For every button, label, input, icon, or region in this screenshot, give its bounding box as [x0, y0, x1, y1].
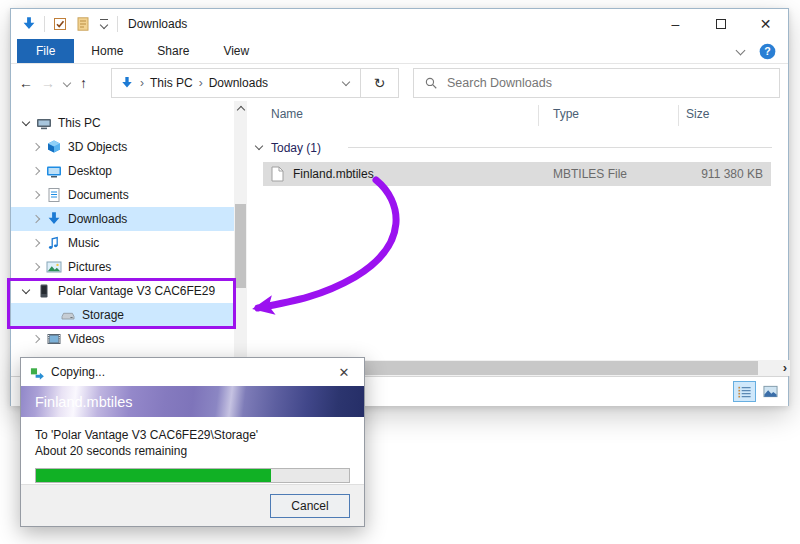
objects-3d-icon — [46, 139, 62, 155]
file-icon — [271, 166, 284, 182]
chevron-right-icon[interactable] — [29, 332, 44, 346]
progress-bar-fill — [36, 469, 271, 482]
separator — [117, 16, 118, 32]
dialog-file-name: Finland.mbtiles — [35, 394, 133, 410]
group-collapse-chevron-icon[interactable] — [253, 142, 267, 154]
address-dropdown-chevron-icon[interactable] — [340, 77, 352, 89]
scroll-right-icon[interactable]: › — [783, 360, 787, 376]
sidebar-item-label: This PC — [58, 116, 101, 130]
close-icon: ✕ — [339, 365, 350, 380]
sidebar-item-label: Videos — [68, 332, 104, 346]
refresh-button[interactable]: ↻ — [361, 68, 399, 98]
dialog-time-remaining-text: About 20 seconds remaining — [35, 443, 350, 459]
explorer-window: Downloads – ✕ File Home Share View ? ← → — [10, 8, 789, 406]
file-row-finland-mbtiles[interactable]: Finland.mbtiles MBTILES File 911 380 KB — [263, 162, 771, 186]
tab-view[interactable]: View — [206, 39, 266, 63]
group-header-line — [348, 147, 772, 148]
svg-text:?: ? — [764, 45, 770, 57]
column-separator[interactable] — [678, 105, 679, 126]
chevron-right-icon[interactable] — [29, 260, 44, 274]
sidebar-item-label: Documents — [68, 188, 129, 202]
sidebar-item-pictures[interactable]: Pictures — [11, 255, 234, 279]
ribbon-right-controls: ? — [735, 39, 788, 63]
separator — [44, 16, 45, 32]
window-controls: – ✕ — [653, 9, 788, 39]
back-button[interactable]: ← — [19, 75, 33, 91]
chevron-down-icon[interactable] — [19, 116, 34, 130]
chevron-right-icon[interactable] — [29, 212, 44, 226]
column-header-type[interactable]: Type — [553, 107, 579, 121]
breadcrumb-this-pc[interactable]: This PC — [150, 76, 193, 90]
videos-icon — [46, 331, 62, 347]
sidebar-item-this-pc[interactable]: This PC — [11, 111, 234, 135]
sidebar-item-label: Desktop — [68, 164, 112, 178]
minimize-button[interactable]: – — [653, 9, 698, 39]
progress-bar — [35, 468, 350, 483]
properties-check-icon[interactable] — [52, 16, 68, 32]
tab-home[interactable]: Home — [74, 39, 140, 63]
breadcrumb-downloads[interactable]: Downloads — [209, 76, 268, 90]
window-title: Downloads — [128, 17, 187, 31]
sidebar-item-downloads[interactable]: Downloads — [11, 207, 234, 231]
new-folder-icon[interactable] — [75, 16, 91, 32]
maximize-button[interactable] — [698, 9, 743, 39]
refresh-icon: ↻ — [374, 75, 386, 91]
dialog-destination-text: To 'Polar Vantage V3 CAC6FE29\Storage' — [35, 427, 350, 443]
screenshot-stage: Downloads – ✕ File Home Share View ? ← → — [0, 0, 800, 544]
sidebar-item-desktop[interactable]: Desktop — [11, 159, 234, 183]
group-label: Today (1) — [271, 141, 321, 155]
sidebar-item-documents[interactable]: Documents — [11, 183, 234, 207]
breadcrumb[interactable]: › This PC › Downloads — [111, 68, 361, 98]
dialog-title: Copying... — [51, 365, 105, 379]
customize-toolbar-chevron-icon[interactable] — [98, 18, 110, 30]
sidebar-item-label: Music — [68, 236, 99, 250]
desktop-icon — [46, 163, 62, 179]
column-separator[interactable] — [538, 105, 539, 126]
dialog-banner: Finland.mbtiles — [21, 386, 364, 417]
pictures-icon — [46, 259, 62, 275]
file-size: 911 380 KB — [701, 167, 763, 181]
chevron-right-icon[interactable] — [29, 188, 44, 202]
large-icons-view-button[interactable] — [759, 381, 782, 402]
tab-share[interactable]: Share — [140, 39, 206, 63]
column-header-name[interactable]: Name — [271, 107, 303, 121]
sidebar-item-3d-objects[interactable]: 3D Objects — [11, 135, 234, 159]
sidebar-scrollbar-thumb[interactable] — [235, 204, 246, 288]
search-input[interactable]: Search Downloads — [413, 68, 780, 98]
forward-button[interactable]: → — [41, 75, 55, 91]
sidebar-item-label: Downloads — [68, 212, 127, 226]
scroll-up-icon[interactable] — [234, 103, 247, 115]
dialog-footer: Cancel — [21, 484, 364, 526]
chevron-right-icon[interactable] — [29, 236, 44, 250]
nav-buttons: ← → ↑ — [19, 75, 111, 91]
minimize-icon: – — [672, 16, 680, 32]
group-header-today[interactable]: Today (1) — [253, 139, 321, 157]
location-downloads-icon — [120, 76, 134, 90]
up-button[interactable]: ↑ — [80, 75, 87, 91]
dialog-close-button[interactable]: ✕ — [324, 358, 364, 386]
horizontal-scrollbar-thumb[interactable] — [342, 361, 758, 375]
chevron-right-icon[interactable] — [29, 140, 44, 154]
sidebar-item-music[interactable]: Music — [11, 231, 234, 255]
large-icons-view-icon — [763, 384, 779, 400]
tab-file[interactable]: File — [17, 39, 74, 63]
quick-access-toolbar — [21, 16, 118, 32]
help-icon[interactable]: ? — [759, 43, 776, 60]
title-bar: Downloads – ✕ — [11, 9, 788, 39]
expand-ribbon-chevron-icon[interactable] — [735, 45, 747, 57]
details-view-button[interactable] — [733, 381, 756, 402]
column-header-size[interactable]: Size — [686, 107, 709, 121]
downloads-folder-icon — [21, 16, 37, 32]
recent-locations-chevron-icon[interactable] — [63, 78, 72, 88]
address-row: ← → ↑ › This PC › Downloads ↻ Search Dow… — [11, 64, 788, 101]
search-icon — [424, 76, 438, 90]
cancel-button[interactable]: Cancel — [270, 494, 350, 518]
chevron-right-icon[interactable] — [29, 164, 44, 178]
breadcrumb-separator: › — [140, 76, 144, 90]
sidebar-item-videos[interactable]: Videos — [11, 327, 234, 351]
sidebar-item-label: 3D Objects — [68, 140, 127, 154]
dialog-body: To 'Polar Vantage V3 CAC6FE29\Storage' A… — [21, 417, 364, 483]
close-button[interactable]: ✕ — [743, 9, 788, 39]
dialog-title-bar: Copying... ✕ — [21, 358, 364, 386]
maximize-icon — [713, 16, 729, 32]
